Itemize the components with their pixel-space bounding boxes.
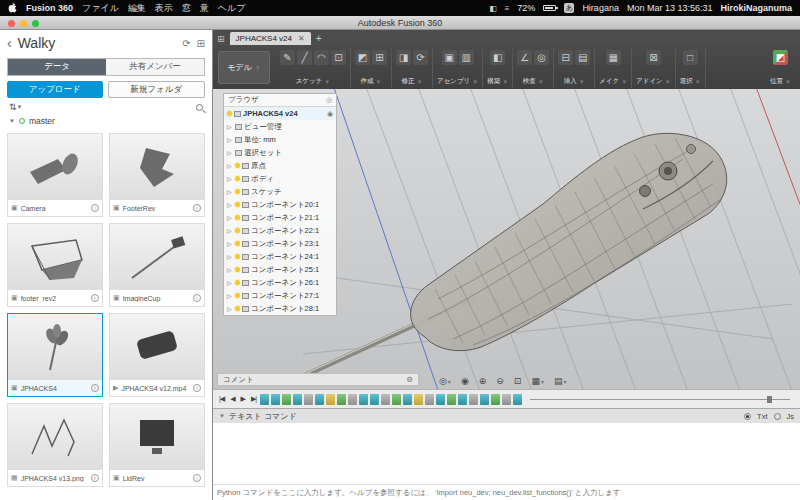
apple-icon[interactable] <box>8 2 17 15</box>
menubar-user[interactable]: HirokiNaganuma <box>720 3 792 13</box>
make-icon[interactable]: ▦ <box>606 50 621 65</box>
timeline-feature-icon[interactable] <box>326 394 335 405</box>
arc-icon[interactable]: ◠ <box>314 50 329 65</box>
group-label[interactable]: 検査 <box>523 77 536 86</box>
list-item[interactable]: ▦JPHACKS4 v13.pngi <box>7 403 103 487</box>
pan-icon[interactable]: ⊕ <box>479 376 487 386</box>
menu-help[interactable]: ヘルプ <box>218 2 246 15</box>
timeline-feature-icon[interactable] <box>260 394 269 405</box>
visibility-bulb-icon[interactable] <box>235 267 240 272</box>
visibility-bulb-icon[interactable] <box>227 111 232 116</box>
comment-bar[interactable]: コメント ⚙ <box>217 373 419 386</box>
panel-caret-icon[interactable]: ▼ <box>219 413 225 419</box>
sketch-icon[interactable]: ✎ <box>280 50 295 65</box>
minimize-window-button[interactable] <box>20 20 27 27</box>
browser-row[interactable]: ▷コンポーネント24:1 <box>224 250 336 263</box>
rectangle-icon[interactable]: ⊡ <box>331 50 346 65</box>
menu-extra[interactable]: 意 <box>200 2 209 15</box>
menubar-app-name[interactable]: Fusion 360 <box>26 3 73 13</box>
visibility-bulb-icon[interactable] <box>235 202 240 207</box>
branch-caret-icon[interactable]: ▼ <box>9 118 15 124</box>
input-source-label[interactable]: Hiragana <box>582 3 619 13</box>
timeline-feature-icon[interactable] <box>458 394 467 405</box>
look-at-icon[interactable]: ◉ <box>461 376 469 386</box>
group-label[interactable]: スケッチ <box>296 77 323 86</box>
refresh-icon[interactable]: ⟳ <box>182 38 190 49</box>
visibility-bulb-icon[interactable] <box>235 176 240 181</box>
info-icon[interactable]: i <box>193 294 201 302</box>
line-icon[interactable]: ╱ <box>297 50 312 65</box>
menu-file[interactable]: ファイル <box>82 2 119 15</box>
browser-row[interactable]: ▷ビュー管理 <box>224 120 336 133</box>
menu-edit[interactable]: 編集 <box>128 2 146 15</box>
timeline-feature-icon[interactable] <box>502 394 511 405</box>
sort-caret-icon[interactable]: ▼ <box>17 104 23 110</box>
timeline-feature-icon[interactable] <box>414 394 423 405</box>
status-icon[interactable]: ◧ <box>489 4 497 13</box>
python-command-input[interactable] <box>217 488 796 497</box>
mode-txt-label[interactable]: Txt <box>757 412 767 421</box>
browser-row[interactable]: ▷コンポーネント25:1 <box>224 263 336 276</box>
component-icon[interactable]: ▥ <box>459 50 474 65</box>
group-label[interactable]: アセンブリ <box>437 77 470 86</box>
list-item[interactable]: ▣Camerai <box>7 133 103 217</box>
addins-icon[interactable]: ⊠ <box>646 50 661 65</box>
visibility-bulb-icon[interactable] <box>235 293 240 298</box>
timeline-feature-icon[interactable] <box>425 394 434 405</box>
orbit-icon[interactable]: ◎▾ <box>439 376 451 386</box>
timeline-feature-icon[interactable] <box>337 394 346 405</box>
measure-icon[interactable]: ∠ <box>517 50 532 65</box>
timeline-feature-icon[interactable] <box>271 394 280 405</box>
visibility-bulb-icon[interactable] <box>235 306 240 311</box>
revolve-icon[interactable]: ⟳ <box>413 50 428 65</box>
info-icon[interactable]: i <box>193 384 201 392</box>
info-icon[interactable]: i <box>91 294 99 302</box>
zoom-window-button[interactable] <box>32 20 39 27</box>
timeline-play-icon[interactable]: ▶ <box>239 395 247 403</box>
new-folder-button[interactable]: 新規フォルダ <box>108 81 206 98</box>
timeline-scrubber[interactable] <box>530 399 790 400</box>
activate-icon[interactable]: ◉ <box>327 110 333 118</box>
group-label[interactable]: 構築 <box>487 77 500 86</box>
timeline-feature-icon[interactable] <box>403 394 412 405</box>
status-icon[interactable]: ≡ <box>505 4 510 13</box>
search-icon[interactable] <box>196 104 203 111</box>
info-icon[interactable]: i <box>193 204 201 212</box>
browser-row[interactable]: ▷コンポーネント20:1 <box>224 198 336 211</box>
display-settings-icon[interactable]: ▦▾ <box>531 376 544 386</box>
command-output-area[interactable] <box>213 423 800 485</box>
visibility-bulb-icon[interactable] <box>235 254 240 259</box>
tab-members[interactable]: 共有メンバー <box>106 59 204 75</box>
battery-icon[interactable] <box>543 5 556 11</box>
mode-txt-radio[interactable] <box>744 413 751 420</box>
timeline-feature-icon[interactable] <box>315 394 324 405</box>
list-item[interactable]: ▶JPHACKS4 v12.mp4i <box>109 313 205 397</box>
list-item[interactable]: ▣FooterRevi <box>109 133 205 217</box>
fit-icon[interactable]: ⊡ <box>514 376 522 386</box>
visibility-bulb-icon[interactable] <box>235 189 240 194</box>
info-icon[interactable]: i <box>91 204 99 212</box>
list-item[interactable]: ▣LidRevi <box>109 403 205 487</box>
timeline-feature-icon[interactable] <box>469 394 478 405</box>
browser-row[interactable]: ▷単位: mm <box>224 133 336 146</box>
visibility-bulb-icon[interactable] <box>235 241 240 246</box>
fillet-icon[interactable]: ◨ <box>396 50 411 65</box>
gear-icon[interactable]: ⚙ <box>406 375 413 384</box>
viewport[interactable]: ブラウザ ◎ JPHACKS4 v24 ◉ ▷ビュー管理 ▷単位: mm ▷選択… <box>213 89 800 389</box>
group-label[interactable]: アドイン <box>636 77 663 86</box>
sort-icon[interactable]: ⇅ <box>9 102 17 112</box>
upload-button[interactable]: アップロード <box>7 81 103 98</box>
timeline-feature-icon[interactable] <box>480 394 489 405</box>
browser-row[interactable]: ▷原点 <box>224 159 336 172</box>
group-label[interactable]: 選択 <box>680 77 693 86</box>
timeline-feature-icon[interactable] <box>491 394 500 405</box>
tab-data[interactable]: データ <box>8 59 106 75</box>
browser-row[interactable]: ▷コンポーネント21:1 <box>224 211 336 224</box>
browser-root-row[interactable]: JPHACKS4 v24 ◉ <box>224 107 336 120</box>
timeline-feature-icon[interactable] <box>293 394 302 405</box>
browser-row[interactable]: ▷コンポーネント27:1 <box>224 289 336 302</box>
joint-icon[interactable]: ▣ <box>442 50 457 65</box>
visibility-bulb-icon[interactable] <box>235 163 240 168</box>
decal-icon[interactable]: ▤ <box>575 50 590 65</box>
group-label[interactable]: 修正 <box>402 77 415 86</box>
